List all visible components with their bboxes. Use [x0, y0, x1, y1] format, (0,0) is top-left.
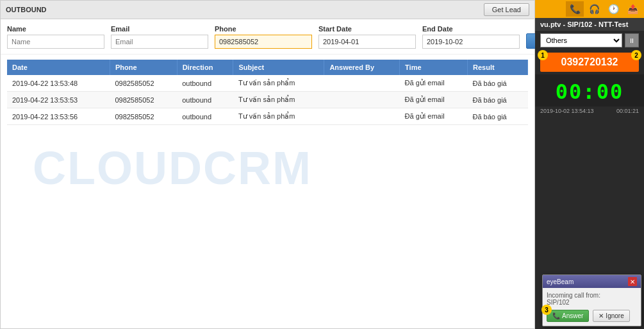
headset-icon-button[interactable]: 🎧 — [585, 1, 603, 17]
cell-result: Đã báo giá — [467, 92, 527, 108]
dropdown-row: Others ⏸ — [535, 31, 644, 50]
cell-date: 2019-04-22 13:53:53 — [7, 92, 110, 108]
cell-result: Đã báo giá — [467, 75, 527, 92]
badge-2: 2 — [631, 50, 641, 60]
cell-answered-by — [324, 75, 400, 92]
phone-filter-group: Phone — [215, 25, 312, 49]
email-label: Email — [111, 25, 208, 33]
timer-elapsed: 00:01:21 — [616, 108, 639, 114]
sip-info: vu.ptv - SIP/102 - NTT-Test — [535, 18, 644, 31]
pause-button[interactable]: ⏸ — [625, 33, 639, 47]
timer-display: 00:00 — [535, 74, 644, 106]
table-header-row: Date Phone Direction Subject Answered By… — [7, 60, 528, 75]
col-answered-by: Answered By — [324, 60, 400, 75]
table-row: 2019-04-22 13:53:48 0982585052 outbound … — [7, 75, 528, 92]
calls-table: Date Phone Direction Subject Answered By… — [7, 60, 528, 125]
ignore-label: Ignore — [606, 312, 623, 319]
answer-button[interactable]: 📞 Answer — [547, 310, 589, 322]
cell-direction: outbound — [177, 108, 233, 125]
cell-phone: 0982585052 — [110, 75, 177, 92]
col-time: Time — [400, 60, 468, 75]
cell-phone: 0982585052 — [110, 108, 177, 125]
caller-id: SIP/102 — [547, 299, 570, 306]
phone-label: Phone — [215, 25, 312, 33]
cell-time: Đã gửi email — [400, 92, 468, 108]
table-row: 2019-04-22 13:53:56 0982585052 outbound … — [7, 108, 528, 125]
cell-answered-by — [324, 108, 400, 125]
cell-subject: Tư vấn sản phẩm — [233, 92, 324, 108]
phone-number-display: 1 0392720132 2 — [540, 53, 639, 72]
cell-phone: 0982585052 — [110, 92, 177, 108]
outbound-header: OUTBOUND Get Lead — [1, 1, 534, 19]
incoming-call-text: Incoming call from: — [547, 292, 600, 299]
eyebeam-header: eyeBeam ✕ — [543, 275, 641, 288]
answer-phone-icon: 📞 — [552, 312, 560, 319]
phone-input[interactable] — [215, 35, 312, 49]
watermark: CLOUDCRM — [33, 142, 312, 194]
answer-label: Answer — [562, 312, 583, 319]
icon-toolbar: 📞 🎧 🕐 📤 — [535, 0, 644, 18]
cell-time: Đã gửi email — [400, 75, 468, 92]
start-date-filter-group: Start Date — [318, 25, 416, 49]
eyebeam-popup: eyeBeam ✕ Incoming call from: SIP/102 3 … — [542, 274, 641, 326]
name-input[interactable] — [7, 35, 104, 49]
timer-start: 2019-10-02 13:54:13 — [540, 108, 594, 114]
badge-1: 1 — [538, 50, 548, 60]
eyebeam-close-button[interactable]: ✕ — [628, 277, 637, 286]
eyebeam-from-text: Incoming call from: SIP/102 — [547, 292, 637, 306]
cell-subject: Tư vấn sản phẩm — [233, 75, 324, 92]
timer-info-row: 2019-10-02 13:54:13 00:01:21 — [535, 106, 644, 115]
end-date-label: End Date — [422, 25, 520, 33]
clock-icon-button[interactable]: 🕐 — [604, 1, 622, 17]
cell-date: 2019-04-22 13:53:48 — [7, 75, 110, 92]
start-date-label: Start Date — [318, 25, 416, 33]
table-row: 2019-04-22 13:53:53 0982585052 outbound … — [7, 92, 528, 108]
status-dropdown[interactable]: Others — [540, 33, 622, 47]
badge-3: 3 — [541, 305, 552, 315]
table-container: Date Phone Direction Subject Answered By… — [1, 55, 534, 130]
cell-subject: Tư vấn sản phẩm — [233, 108, 324, 125]
phone-icon-button[interactable]: 📞 — [566, 1, 584, 17]
eyebeam-body: Incoming call from: SIP/102 3 📞 Answer ✕… — [543, 288, 641, 326]
phone-number-text: 0392720132 — [561, 56, 618, 67]
end-date-filter-group: End Date — [422, 25, 520, 49]
col-result: Result — [467, 60, 527, 75]
end-date-input[interactable] — [422, 35, 520, 49]
name-label: Name — [7, 25, 104, 33]
cell-date: 2019-04-22 13:53:56 — [7, 108, 110, 125]
cell-answered-by — [324, 92, 400, 108]
cell-direction: outbound — [177, 75, 233, 92]
export-icon-button[interactable]: 📤 — [623, 1, 641, 17]
name-filter-group: Name — [7, 25, 104, 49]
get-lead-button[interactable]: Get Lead — [484, 3, 529, 16]
ignore-icon: ✕ — [599, 312, 604, 319]
col-subject: Subject — [233, 60, 324, 75]
main-content: OUTBOUND Get Lead Name Email Phone Start… — [0, 0, 535, 329]
filter-row: Name Email Phone Start Date End Date Sea… — [1, 19, 534, 55]
col-phone: Phone — [110, 60, 177, 75]
col-direction: Direction — [177, 60, 233, 75]
eyebeam-title: eyeBeam — [547, 278, 574, 285]
phone-display-area: 1 0392720132 2 — [535, 50, 644, 74]
start-date-input[interactable] — [318, 35, 416, 49]
timer-text: 00:00 — [538, 80, 641, 104]
cell-direction: outbound — [177, 92, 233, 108]
email-input[interactable] — [111, 35, 208, 49]
ignore-button[interactable]: ✕ Ignore — [593, 310, 629, 322]
cell-result: Đã báo giá — [467, 108, 527, 125]
outbound-title: OUTBOUND — [6, 6, 47, 13]
email-filter-group: Email — [111, 25, 208, 49]
col-date: Date — [7, 60, 110, 75]
eyebeam-buttons: 3 📞 Answer ✕ Ignore — [547, 310, 637, 322]
right-panel: 📞 🎧 🕐 📤 vu.ptv - SIP/102 - NTT-Test Othe… — [535, 0, 644, 329]
cell-time: Đã gửi email — [400, 108, 468, 125]
